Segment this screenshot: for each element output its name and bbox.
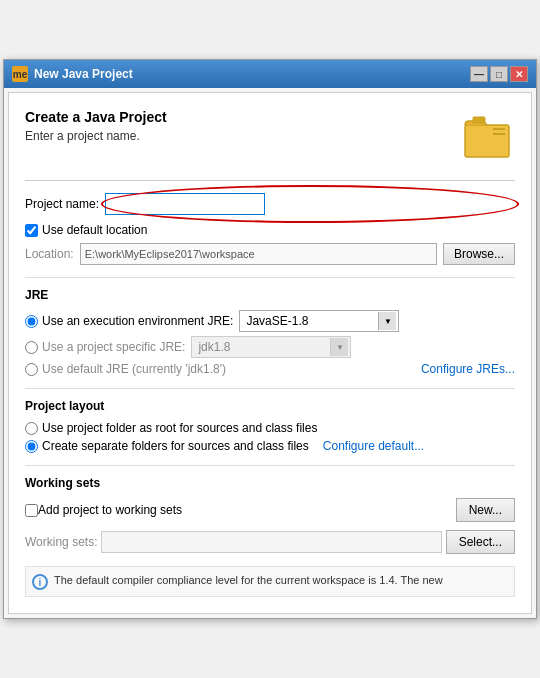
jre-default-label[interactable]: Use default JRE (currently 'jdk1.8'): [42, 362, 226, 376]
info-text: The default compiler compliance level fo…: [54, 573, 443, 588]
working-sets-section: Working sets Add project to working sets…: [25, 476, 515, 554]
minimize-button[interactable]: —: [470, 66, 488, 82]
jre-default-radio[interactable]: [25, 363, 38, 376]
title-bar: me New Java Project — □ ✕: [4, 60, 536, 88]
header-icon: [463, 109, 515, 164]
info-row: i The default compiler compliance level …: [25, 566, 515, 597]
jre-divider: [25, 277, 515, 278]
jre-env-radio[interactable]: [25, 315, 38, 328]
jre-radio-row-3: Use default JRE (currently 'jdk1.8') Con…: [25, 362, 515, 376]
dialog-content: Create a Java Project Enter a project na…: [8, 92, 532, 614]
location-input[interactable]: [80, 243, 437, 265]
jre-env-dropdown-text: JavaSE-1.8: [242, 314, 378, 328]
add-project-checkbox[interactable]: [25, 504, 38, 517]
main-window: me New Java Project — □ ✕ Create a Java …: [3, 59, 537, 619]
jre-radio-row-2: Use a project specific JRE: jdk1.8 ▼: [25, 336, 515, 358]
configure-jres-link[interactable]: Configure JREs...: [421, 362, 515, 376]
jre-radio-group: Use an execution environment JRE: JavaSE…: [25, 310, 515, 376]
window-title: New Java Project: [34, 67, 470, 81]
configure-default-link[interactable]: Configure default...: [323, 439, 424, 453]
project-name-label: Project name:: [25, 197, 99, 211]
jre-env-dropdown-arrow: ▼: [378, 312, 396, 330]
jre-env-dropdown[interactable]: JavaSE-1.8 ▼: [239, 310, 399, 332]
working-sets-divider: [25, 465, 515, 466]
info-icon: i: [32, 574, 48, 590]
jre-specific-radio[interactable]: [25, 341, 38, 354]
browse-button[interactable]: Browse...: [443, 243, 515, 265]
layout-radio-row-1: Use project folder as root for sources a…: [25, 421, 515, 435]
jre-specific-dropdown: jdk1.8 ▼: [191, 336, 351, 358]
jre-radio-row-1: Use an execution environment JRE: JavaSE…: [25, 310, 515, 332]
location-label: Location:: [25, 247, 74, 261]
use-default-location-checkbox[interactable]: [25, 224, 38, 237]
project-name-input[interactable]: [105, 193, 265, 215]
jre-specific-dropdown-text: jdk1.8: [194, 340, 330, 354]
layout-root-radio[interactable]: [25, 422, 38, 435]
close-button[interactable]: ✕: [510, 66, 528, 82]
dialog-title: Create a Java Project: [25, 109, 167, 125]
layout-root-label[interactable]: Use project folder as root for sources a…: [42, 421, 317, 435]
project-name-row: Project name:: [25, 193, 515, 215]
use-default-location-row: Use default location: [25, 223, 515, 237]
select-button[interactable]: Select...: [446, 530, 515, 554]
header-separator: [25, 180, 515, 181]
add-project-label[interactable]: Add project to working sets: [38, 503, 182, 517]
working-sets-add-row: Add project to working sets New...: [25, 498, 515, 522]
new-button[interactable]: New...: [456, 498, 515, 522]
jre-specific-dropdown-arrow: ▼: [330, 338, 348, 356]
dialog-subtitle: Enter a project name.: [25, 129, 167, 143]
maximize-button[interactable]: □: [490, 66, 508, 82]
location-row: Location: Browse...: [25, 243, 515, 265]
jre-section-label: JRE: [25, 288, 515, 302]
jre-env-label[interactable]: Use an execution environment JRE:: [42, 314, 233, 328]
project-layout-label: Project layout: [25, 399, 515, 413]
project-name-wrapper: [105, 193, 515, 215]
layout-divider: [25, 388, 515, 389]
use-default-location-label[interactable]: Use default location: [42, 223, 147, 237]
layout-separate-radio[interactable]: [25, 440, 38, 453]
working-sets-label: Working sets: [25, 476, 515, 490]
layout-separate-label[interactable]: Create separate folders for sources and …: [42, 439, 309, 453]
working-sets-field-row: Working sets: Select...: [25, 530, 515, 554]
layout-radio-row-2: Create separate folders for sources and …: [25, 439, 515, 453]
title-bar-buttons: — □ ✕: [470, 66, 528, 82]
window-icon: me: [12, 66, 28, 82]
header-text: Create a Java Project Enter a project na…: [25, 109, 167, 143]
svg-rect-1: [473, 117, 485, 123]
jre-specific-label[interactable]: Use a project specific JRE:: [42, 340, 185, 354]
layout-radio-group: Use project folder as root for sources a…: [25, 421, 515, 453]
header-section: Create a Java Project Enter a project na…: [25, 109, 515, 164]
working-sets-field-label: Working sets:: [25, 535, 97, 549]
working-sets-input[interactable]: [101, 531, 441, 553]
